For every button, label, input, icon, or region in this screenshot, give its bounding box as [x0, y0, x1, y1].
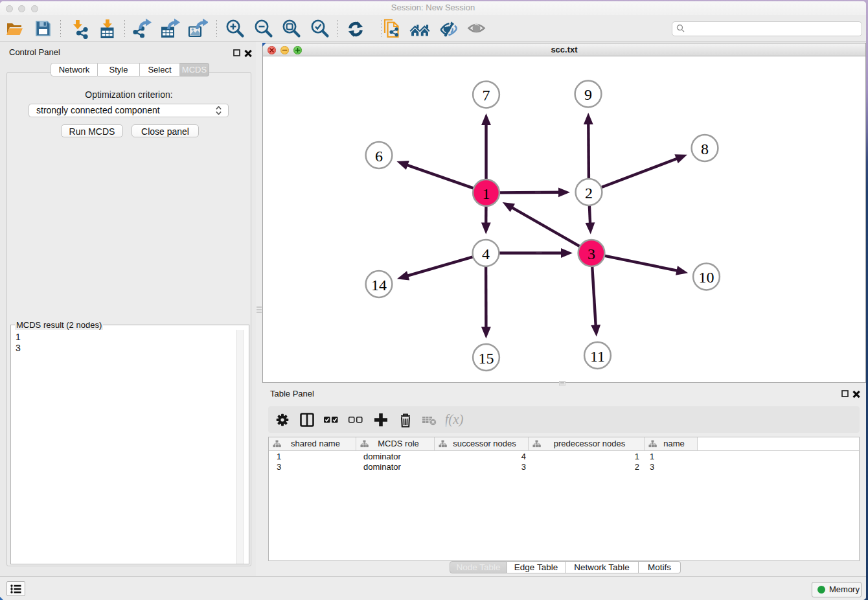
svg-text:14: 14 — [371, 277, 387, 294]
svg-text:1: 1 — [483, 185, 490, 202]
svg-text:2: 2 — [585, 185, 593, 202]
svg-text:6: 6 — [375, 148, 383, 165]
svg-text:15: 15 — [479, 350, 494, 367]
svg-text:10: 10 — [699, 269, 714, 286]
svg-text:4: 4 — [482, 246, 490, 262]
svg-text:9: 9 — [584, 86, 592, 103]
svg-text:7: 7 — [483, 87, 490, 104]
svg-text:11: 11 — [590, 348, 605, 365]
svg-text:3: 3 — [588, 246, 595, 262]
svg-text:f(x): f(x) — [446, 411, 464, 427]
svg-text:8: 8 — [701, 141, 709, 157]
